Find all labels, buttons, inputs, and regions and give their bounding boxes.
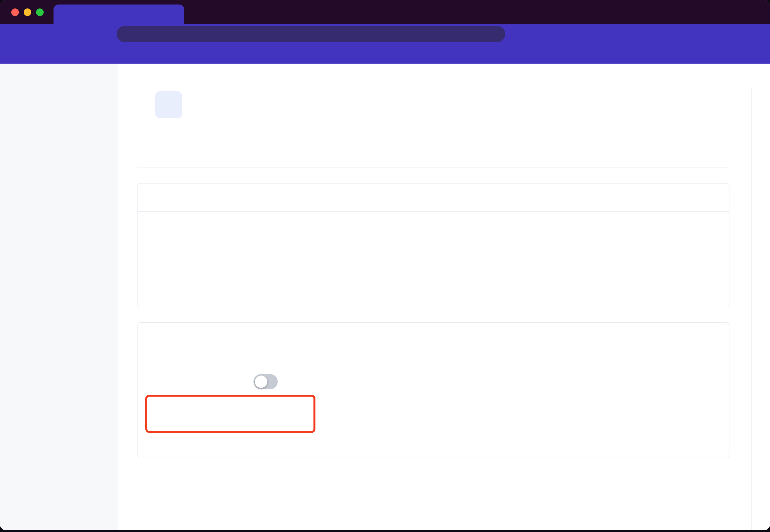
minimize-window-button[interactable] bbox=[24, 8, 31, 16]
bookmarks-bar bbox=[0, 44, 770, 64]
zoom-window-button[interactable] bbox=[36, 8, 44, 16]
browser-window bbox=[0, 0, 770, 530]
service-type-label bbox=[157, 231, 256, 238]
console-topbar bbox=[118, 64, 770, 87]
other-label bbox=[157, 270, 256, 281]
international-sms-toggle[interactable] bbox=[253, 374, 278, 389]
back-button[interactable] bbox=[10, 28, 23, 40]
page-header bbox=[137, 88, 729, 167]
close-window-button[interactable] bbox=[11, 8, 19, 16]
bookmark-star-icon[interactable] bbox=[489, 29, 499, 39]
window-controls bbox=[11, 8, 44, 16]
sidebar bbox=[0, 64, 118, 530]
annotation-box-toggle bbox=[145, 395, 315, 433]
reload-button[interactable] bbox=[53, 28, 65, 40]
scrollbar-divider bbox=[751, 88, 752, 530]
international-toggle-row bbox=[138, 374, 729, 389]
forward-button[interactable] bbox=[32, 28, 44, 40]
org-switcher[interactable] bbox=[0, 64, 118, 98]
message-service-icon bbox=[155, 91, 182, 118]
tab-search-chevron-icon[interactable] bbox=[751, 9, 760, 19]
international-sms-card bbox=[137, 322, 729, 457]
browser-tab[interactable] bbox=[53, 5, 184, 24]
browser-toolbar bbox=[0, 24, 770, 44]
titlebar bbox=[0, 0, 770, 24]
domestic-sms-card bbox=[137, 183, 729, 307]
lock-icon bbox=[123, 30, 132, 39]
org-chevron-down-icon bbox=[29, 81, 36, 88]
main-area bbox=[118, 64, 770, 530]
share-icon[interactable] bbox=[475, 29, 485, 39]
toggle-knob bbox=[255, 375, 267, 388]
address-bar[interactable] bbox=[117, 26, 505, 42]
content bbox=[137, 88, 729, 530]
authing-favicon-icon bbox=[60, 10, 69, 19]
